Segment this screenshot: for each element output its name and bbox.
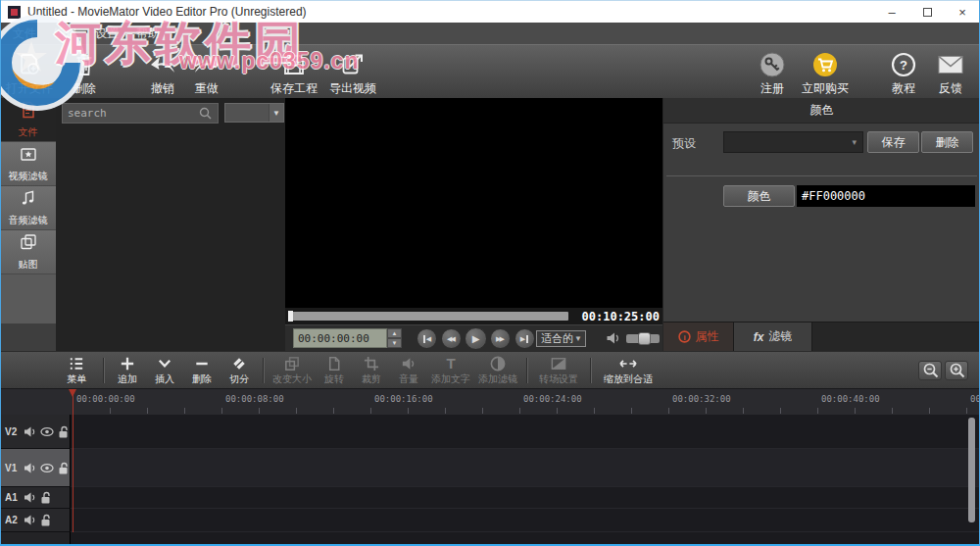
total-duration: 00:10:25:00 [582, 310, 660, 323]
sidebar-tab-stickers[interactable]: 贴图 [0, 230, 56, 274]
save-project-button[interactable]: 保存工程 [265, 49, 323, 97]
mute-icon[interactable] [24, 425, 36, 438]
dropdown-arrow-icon: ▼ [574, 334, 582, 343]
ruler-label: 00:00:00:00 [76, 394, 135, 404]
panel-divider [666, 175, 977, 176]
volume-button[interactable]: 音量 [390, 354, 427, 387]
insert-button[interactable]: 插入 [146, 354, 183, 387]
zoom-fit-button[interactable]: 缩放到合适 [596, 354, 661, 387]
speaker-icon[interactable] [606, 331, 621, 345]
timecode-up-button[interactable]: ▲ [387, 328, 402, 338]
eye-icon[interactable] [40, 462, 54, 474]
timeline-lane-v2[interactable] [71, 415, 980, 449]
magnifier-minus-icon [922, 362, 939, 378]
close-icon: × [958, 5, 966, 20]
track-header-a2[interactable]: A2 [0, 509, 71, 532]
open-file-button[interactable]: 打开文件 [2, 49, 57, 97]
seek-bar[interactable] [288, 312, 568, 321]
crop-button[interactable]: 裁剪 [353, 354, 390, 387]
timecode-down-button[interactable]: ▼ [387, 338, 402, 348]
playhead-marker[interactable] [69, 389, 76, 397]
preset-select[interactable]: ▾ [723, 131, 863, 153]
transition-settings-button[interactable]: 转场设置 [532, 354, 585, 387]
skip-end-button[interactable]: ▶ [514, 328, 535, 349]
tutorial-button[interactable]: ? 教程 [880, 49, 927, 97]
fast-forward-button[interactable]: ▶▶ [490, 328, 511, 349]
play-button[interactable]: ▶ [465, 327, 487, 350]
track-name: A2 [5, 515, 20, 525]
tab-filters[interactable]: fx 滤镜 [734, 323, 812, 351]
lock-open-icon[interactable] [40, 514, 52, 526]
register-button[interactable]: 注册 [749, 49, 796, 97]
current-timecode-field[interactable]: 00:00:00:00 [293, 328, 387, 348]
preset-save-button[interactable]: 保存 [867, 131, 919, 153]
timeline-lane-a2[interactable] [71, 509, 980, 532]
append-button[interactable]: 追加 [109, 354, 146, 387]
lock-open-icon[interactable] [40, 491, 52, 504]
color-value-field[interactable]: #FF000000 [797, 185, 975, 207]
search-input[interactable] [63, 107, 192, 120]
tab-properties[interactable]: i 属性 [663, 323, 734, 351]
eye-icon[interactable] [40, 425, 54, 438]
zoom-out-button[interactable] [918, 361, 942, 380]
search-icon [199, 107, 212, 120]
sidebar-tab-files[interactable]: 文件 [0, 98, 56, 142]
add-text-button[interactable]: T 添加文字 [427, 354, 474, 387]
sidebar-tab-video-filters[interactable]: 视频滤镜 [0, 142, 56, 186]
timeline-lane-a1[interactable] [71, 487, 980, 509]
timeline-menu-button[interactable]: 菜单 [55, 354, 98, 387]
close-button[interactable]: × [945, 1, 980, 23]
add-filter-button[interactable]: 添加滤镜 [474, 354, 521, 387]
skip-start-button[interactable]: ◀ [416, 328, 437, 349]
undo-icon [148, 49, 177, 79]
track-header-v1[interactable]: V1 [0, 449, 71, 487]
color-picker-button[interactable]: 颜色 [723, 185, 795, 207]
feedback-button[interactable]: 反馈 [927, 49, 974, 97]
undo-button[interactable]: 撤销 [138, 49, 187, 97]
mute-icon[interactable] [24, 491, 36, 504]
menu-help[interactable]: 帮助 [127, 23, 169, 45]
app-icon[interactable] [8, 6, 21, 19]
minimize-button[interactable]: – [874, 1, 909, 23]
track-header-a1[interactable]: A1 [0, 487, 71, 509]
volume-slider[interactable] [626, 334, 660, 343]
menu-file[interactable]: 文件 [4, 23, 45, 45]
media-type-dropdown[interactable]: ▼ [224, 103, 284, 123]
preset-delete-button[interactable]: 删除 [921, 131, 973, 153]
export-video-button[interactable]: 导出视频 [323, 49, 382, 97]
resize-button[interactable]: 改变大小 [269, 354, 316, 387]
svg-text:i: i [683, 333, 685, 342]
ripple-delete-button[interactable]: 删除 [183, 354, 220, 387]
zoom-in-button[interactable] [945, 361, 968, 380]
window-border [0, 0, 1, 546]
buy-now-button[interactable]: 立即购买 [796, 49, 855, 97]
track-header-v2[interactable]: V2 [0, 415, 71, 449]
redo-button[interactable]: 重做 [182, 49, 231, 97]
ruler-label: 00:00:08:00 [225, 394, 284, 404]
rotate-button[interactable]: 旋转 [316, 354, 353, 387]
lock-open-icon[interactable] [58, 425, 70, 438]
delete-button[interactable]: 删除 [59, 49, 110, 97]
lock-open-icon[interactable] [58, 462, 70, 474]
rewind-button[interactable]: ◀◀ [441, 328, 462, 349]
seek-handle[interactable] [288, 311, 293, 322]
menu-edit[interactable]: 编辑 [45, 23, 86, 45]
ruler-label: 00:00:40:00 [821, 394, 880, 404]
menu-settings[interactable]: 设置 [86, 23, 127, 45]
mute-icon[interactable] [24, 514, 36, 526]
tracks-scrollbar[interactable] [968, 418, 975, 522]
volume-handle[interactable] [638, 332, 651, 345]
crop-icon [363, 355, 380, 372]
sidebar-tab-audio-filters[interactable]: 音频滤镜 [0, 186, 56, 230]
timeline-ruler[interactable]: 00:00:00:00 00:00:08:00 00:00:16:00 00:0… [0, 388, 980, 415]
video-filter-icon [20, 145, 37, 167]
mute-icon[interactable] [24, 462, 36, 474]
zoom-fit-dropdown[interactable]: 适合的 ▼ [536, 330, 586, 347]
media-panel: ▼ [56, 98, 285, 351]
track-name: A1 [5, 492, 20, 503]
split-button[interactable]: 切分 [220, 354, 258, 387]
playhead[interactable] [73, 389, 74, 532]
timeline-lane-v1[interactable] [71, 449, 980, 487]
maximize-button[interactable] [909, 1, 945, 23]
skip-start-icon [423, 335, 425, 343]
